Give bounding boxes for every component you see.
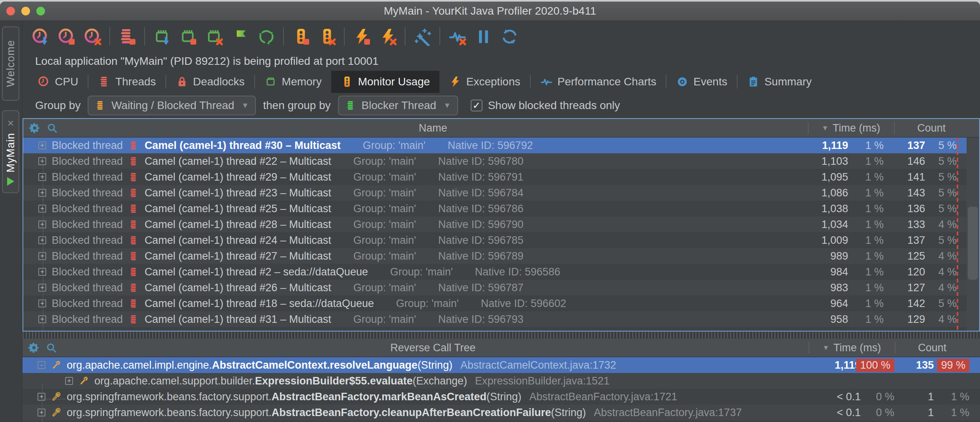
expand-plus-icon[interactable]: + <box>38 141 46 149</box>
tab-summary[interactable]: Summary <box>738 71 821 93</box>
expand-plus-icon[interactable]: + <box>65 377 73 385</box>
pause-button[interactable] <box>470 23 496 49</box>
method-wrench-icon <box>50 391 62 403</box>
refresh-button[interactable] <box>496 23 522 49</box>
titlebar[interactable]: MyMain - YourKit Java Profiler 2020.9-b4… <box>0 2 980 21</box>
expand-plus-icon[interactable]: + <box>38 220 46 228</box>
scrollbar-thumb[interactable] <box>968 207 978 280</box>
thread-name: Camel (camel-1) thread #26 – Multicast <box>145 282 331 294</box>
cpu-profiling-clear-button[interactable] <box>79 23 105 49</box>
then-group-by-label: then group by <box>263 99 330 112</box>
blocked-thread-icon <box>128 298 139 309</box>
thread-row[interactable]: +Blocked threadCamel (camel-1) thread #2… <box>23 232 979 248</box>
call-tree-row[interactable]: +org.springframework.beans.factory.suppo… <box>23 389 980 405</box>
exception-profiling-clear-button[interactable] <box>375 23 401 49</box>
expand-plus-icon[interactable]: + <box>38 300 46 307</box>
column-header-time[interactable]: ▼Time (ms) <box>808 119 894 137</box>
close-icon[interactable]: × <box>8 118 14 129</box>
thread-row[interactable]: +Blocked threadCamel (camel-1) thread #2… <box>23 201 979 217</box>
monitor-profiling-capture-button[interactable] <box>288 23 314 49</box>
tab-exceptions[interactable]: Exceptions <box>439 71 530 93</box>
tab-cpu[interactable]: CPU <box>28 71 88 93</box>
cpu-profiling-start-button[interactable] <box>27 23 53 49</box>
inspections-wand-button[interactable] <box>409 23 436 49</box>
thread-row[interactable]: +Blocked threadCamel (camel-1) thread #2… <box>23 185 979 201</box>
gear-icon[interactable] <box>28 342 40 354</box>
telemetry-clear-button[interactable] <box>444 23 470 49</box>
then-group-by-dropdown[interactable]: Blocker Thread ▼ <box>338 96 458 115</box>
thread-row[interactable]: +Blocked threadCamel (camel-1) thread #2… <box>23 248 979 264</box>
method-fqn: org.springframework.beans.factory.suppor… <box>67 407 586 419</box>
thread-row[interactable]: +Blocked threadCamel (camel-1) thread #2… <box>23 280 979 296</box>
annotate-flag-button[interactable] <box>227 23 253 49</box>
expand-plus-icon[interactable]: + <box>38 409 45 416</box>
expand-plus-icon[interactable]: + <box>38 315 46 323</box>
expand-minus-icon[interactable]: - <box>38 361 45 369</box>
tree-guide-line <box>43 164 43 332</box>
force-gc-button[interactable] <box>253 23 279 49</box>
count-value: 141 <box>884 171 925 183</box>
monitor-profiling-clear-button[interactable] <box>314 23 340 49</box>
expand-plus-icon[interactable]: + <box>38 236 46 244</box>
call-tree-row[interactable]: +org.apache.camel.support.builder.Expres… <box>23 373 980 389</box>
tab-threads[interactable]: Threads <box>88 71 165 93</box>
vertical-scrollbar[interactable] <box>967 138 979 331</box>
time-ms-value: 1,034 <box>789 219 848 231</box>
expand-plus-icon[interactable]: + <box>38 393 45 401</box>
exception-profiling-capture-button[interactable] <box>349 23 375 49</box>
time-percent: 1 % <box>848 234 884 247</box>
call-tree-row[interactable]: -org.apache.camel.impl.engine.AbstractCa… <box>23 357 980 373</box>
thread-name: Camel (camel-1) thread #25 – Multicast <box>145 203 331 215</box>
thread-row[interactable]: +Blocked threadCamel (camel-1) thread #2… <box>23 217 979 232</box>
memory-snapshot-capture-button[interactable] <box>175 23 201 49</box>
show-blocked-only-checkbox[interactable]: ✓ Show blocked threads only <box>471 99 620 112</box>
cpu-snapshot-capture-button[interactable] <box>53 23 79 49</box>
row-kind-label: Blocked thread <box>52 313 123 326</box>
thread-row[interactable]: +Blocked threadCamel (camel-1) thread #2… <box>23 153 979 169</box>
thread-row[interactable]: +Blocked threadCamel (camel-1) thread #3… <box>23 311 979 327</box>
thread-row[interactable]: +Blocked threadCamel (camel-1) thread #3… <box>23 138 979 153</box>
sidebar-tab-mymain[interactable]: × MyMain <box>2 110 19 193</box>
count-value: 1 <box>894 391 934 403</box>
tab-label: Monitor Usage <box>358 75 430 88</box>
thread-native-id: Native ID: 596780 <box>438 155 524 168</box>
thread-row[interactable]: +Blocked threadCamel (camel-1) thread #1… <box>23 296 979 311</box>
thread-dump-capture-button[interactable] <box>114 23 140 49</box>
thread-group: Group: 'main' <box>353 203 416 215</box>
time-percent: 1 % <box>848 250 884 262</box>
expand-plus-icon[interactable]: + <box>38 189 46 197</box>
thread-group: Group: 'main' <box>353 187 416 199</box>
column-header-count[interactable]: Count <box>894 119 979 137</box>
column-header-time[interactable]: ▼Time (ms) <box>809 339 895 357</box>
tab-monitor-usage[interactable]: Monitor Usage <box>331 71 439 93</box>
panel-splitter[interactable] <box>23 332 980 339</box>
count-percent: 4 % <box>925 250 957 262</box>
expand-plus-icon[interactable]: + <box>38 252 46 260</box>
time-percent: 100 % <box>861 359 894 372</box>
expand-plus-icon[interactable]: + <box>38 205 46 213</box>
column-header-name[interactable]: Name <box>58 122 808 134</box>
thread-row[interactable]: +Blocked threadCamel (camel-1) thread #2… <box>23 264 979 280</box>
search-icon[interactable] <box>45 342 57 354</box>
expand-plus-icon[interactable]: + <box>38 157 46 165</box>
tab-memory[interactable]: Memory <box>255 71 331 93</box>
expand-plus-icon[interactable]: + <box>38 268 46 276</box>
expand-plus-icon[interactable]: + <box>38 173 46 181</box>
expand-plus-icon[interactable]: + <box>38 284 46 292</box>
group-by-dropdown[interactable]: Waiting / Blocked Thread ▼ <box>88 96 256 115</box>
thread-group: Group: 'main' <box>390 266 453 278</box>
memory-profiling-start-button[interactable] <box>149 23 175 49</box>
search-icon[interactable] <box>46 122 58 134</box>
thread-row[interactable]: +Blocked threadCamel (camel-1) thread #2… <box>23 169 979 185</box>
gear-icon[interactable] <box>29 122 41 134</box>
sidebar-tab-welcome[interactable]: Welcome <box>2 26 19 101</box>
column-header-count[interactable]: Count <box>895 339 980 357</box>
tab-deadlocks[interactable]: Deadlocks <box>166 71 254 93</box>
row-kind-label: Blocked thread <box>52 171 123 183</box>
thread-native-id: Native ID: 596789 <box>438 250 524 262</box>
memory-profiling-clear-button[interactable] <box>201 23 227 49</box>
memory-snapshot-capture-icon <box>179 27 197 46</box>
tab-events[interactable]: Events <box>666 71 737 93</box>
call-tree-row[interactable]: +org.springframework.beans.factory.suppo… <box>23 405 980 420</box>
tab-performance-charts[interactable]: Performance Charts <box>531 71 666 93</box>
